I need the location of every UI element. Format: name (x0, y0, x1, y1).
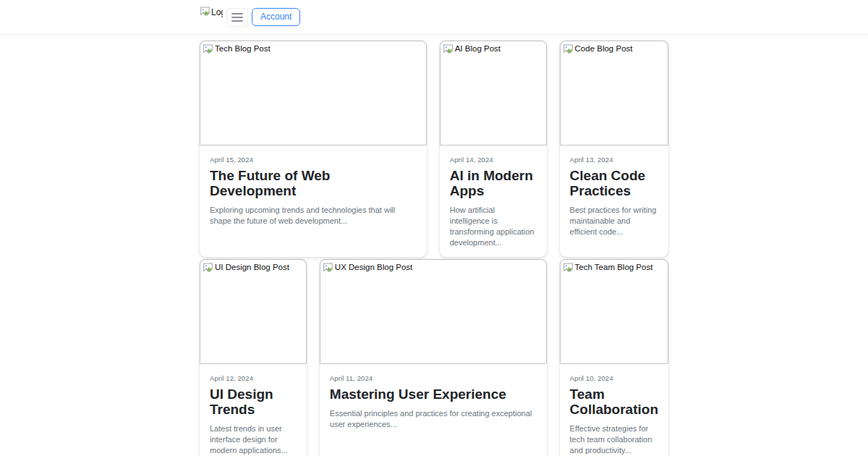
broken-image-icon (563, 43, 574, 54)
post-broken-image: Tech Blog Post (200, 41, 427, 145)
post-date: April 15, 2024 (210, 156, 417, 164)
post-excerpt: Essential principles and practices for c… (330, 408, 537, 430)
post-broken-image: UX Design Blog Post (320, 259, 547, 364)
post-date: April 13, 2024 (570, 156, 658, 164)
broken-image-icon (443, 43, 454, 54)
post-card-body: April 12, 2024 UI Design Trends Latest t… (200, 364, 307, 456)
post-excerpt: Effective strategies for tech team colla… (570, 423, 658, 456)
broken-image-icon (563, 262, 574, 273)
post-excerpt: How artificial intelligence is transform… (450, 205, 537, 248)
blog-post-card[interactable]: AI Blog Post April 14, 2024 AI in Modern… (440, 41, 547, 257)
post-title: Team Collaboration (570, 387, 658, 417)
post-card-body: April 11, 2024 Mastering User Experience… (320, 364, 547, 439)
post-image-alt-text: Tech Blog Post (215, 43, 271, 53)
account-button[interactable]: Account (252, 8, 300, 26)
hamburger-menu-button[interactable] (226, 8, 248, 27)
post-title: AI in Modern Apps (450, 168, 537, 198)
header-container: Logo Account (200, 6, 668, 29)
post-image-alt-text: Code Blog Post (575, 43, 633, 53)
blog-post-grid: Tech Blog Post April 15, 2024 The Future… (200, 41, 668, 456)
post-card-body: April 13, 2024 Clean Code Practices Best… (560, 145, 668, 246)
broken-image-icon (203, 43, 213, 54)
post-image-alt-text: AI Blog Post (455, 43, 501, 53)
post-title: Mastering User Experience (330, 387, 537, 402)
site-header: Logo Account (0, 0, 868, 35)
post-date: April 12, 2024 (210, 374, 297, 382)
post-date: April 11, 2024 (330, 374, 537, 382)
post-image-alt-text: Tech Team Blog Post (575, 261, 653, 271)
post-title: The Future of Web Development (210, 168, 417, 198)
blog-post-card[interactable]: Tech Team Blog Post April 10, 2024 Team … (560, 259, 668, 456)
post-card-body: April 14, 2024 AI in Modern Apps How art… (440, 145, 547, 257)
post-broken-image: Tech Team Blog Post (560, 259, 668, 364)
post-excerpt: Exploring upcoming trends and technologi… (210, 205, 417, 227)
post-broken-image: Code Blog Post (560, 41, 668, 145)
broken-image-icon (203, 262, 213, 273)
post-broken-image: UI Design Blog Post (200, 259, 307, 364)
post-date: April 10, 2024 (570, 374, 658, 382)
post-image-alt-text: UX Design Blog Post (335, 261, 412, 271)
post-excerpt: Best practices for writing maintainable … (570, 205, 658, 237)
site-logo-broken-image[interactable]: Logo (200, 6, 223, 29)
post-title: UI Design Trends (210, 387, 297, 417)
blog-post-card[interactable]: UX Design Blog Post April 11, 2024 Maste… (320, 259, 547, 456)
broken-image-icon (200, 6, 210, 17)
post-image-alt-text: UI Design Blog Post (215, 261, 289, 271)
post-excerpt: Latest trends in user interface design f… (210, 423, 297, 456)
post-broken-image: AI Blog Post (440, 41, 547, 145)
post-title: Clean Code Practices (570, 168, 658, 198)
logo-alt-text: Logo (211, 7, 223, 17)
hamburger-icon (231, 13, 243, 14)
post-card-body: April 15, 2024 The Future of Web Develop… (200, 145, 427, 235)
blog-post-card[interactable]: Code Blog Post April 13, 2024 Clean Code… (560, 41, 668, 257)
blog-post-card[interactable]: Tech Blog Post April 15, 2024 The Future… (200, 41, 427, 257)
blog-post-card[interactable]: UI Design Blog Post April 12, 2024 UI De… (200, 259, 307, 456)
post-card-body: April 10, 2024 Team Collaboration Effect… (560, 364, 668, 456)
post-date: April 14, 2024 (450, 156, 537, 164)
broken-image-icon (323, 262, 333, 273)
